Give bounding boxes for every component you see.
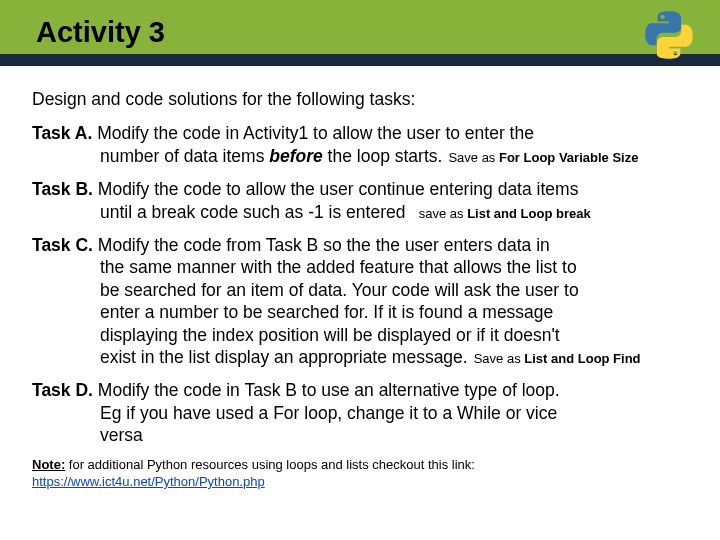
task-c-line1: Modify the code from Task B so the the u… (98, 235, 550, 255)
task-d-line2: Eg if you have used a For loop, change i… (32, 402, 688, 424)
task-d: Task D. Modify the code in Task B to use… (32, 379, 688, 446)
page-title: Activity 3 (36, 16, 165, 49)
task-a-line2-suffix: the loop starts. (323, 146, 443, 166)
task-c-line4: enter a number to be searched for. If it… (32, 301, 688, 323)
task-b-save: save as List and Loop break (405, 206, 590, 221)
note-label: Note: (32, 457, 65, 472)
task-c-line2: the same manner with the added feature t… (32, 256, 688, 278)
task-c-save: Save as List and Loop Find (468, 351, 641, 366)
task-b-label: Task B. (32, 179, 98, 199)
task-a-save: Save as For Loop Variable Size (442, 150, 638, 165)
note-block: Note: for additional Python resources us… (32, 457, 688, 490)
task-d-line3: versa (32, 424, 688, 446)
resource-link[interactable]: https://www.ict4u.net/Python/Python.php (32, 474, 265, 489)
task-b: Task B. Modify the code to allow the use… (32, 178, 688, 223)
intro-text: Design and code solutions for the follow… (32, 88, 688, 110)
task-a-line2-prefix: number of data items (100, 146, 269, 166)
python-logo-icon (644, 10, 694, 60)
content-area: Design and code solutions for the follow… (0, 66, 720, 491)
task-a-label: Task A. (32, 123, 97, 143)
task-b-line1: Modify the code to allow the user contin… (98, 179, 579, 199)
task-c-label: Task C. (32, 235, 98, 255)
task-a-line2-bold: before (269, 146, 322, 166)
task-c-line5: displaying the index position will be di… (32, 324, 688, 346)
task-d-label: Task D. (32, 380, 98, 400)
header-bar: Activity 3 (0, 0, 720, 66)
task-c-line3: be searched for an item of data. Your co… (32, 279, 688, 301)
note-text: for additional Python resources using lo… (65, 457, 475, 472)
task-a: Task A. Modify the code in Activity1 to … (32, 122, 688, 167)
task-d-line1: Modify the code in Task B to use an alte… (98, 380, 560, 400)
task-b-line2: until a break code such as -1 is entered (100, 202, 405, 222)
task-c: Task C. Modify the code from Task B so t… (32, 234, 688, 368)
task-c-line6: exist in the list display an appropriate… (100, 347, 468, 367)
task-a-line1: Modify the code in Activity1 to allow th… (97, 123, 534, 143)
